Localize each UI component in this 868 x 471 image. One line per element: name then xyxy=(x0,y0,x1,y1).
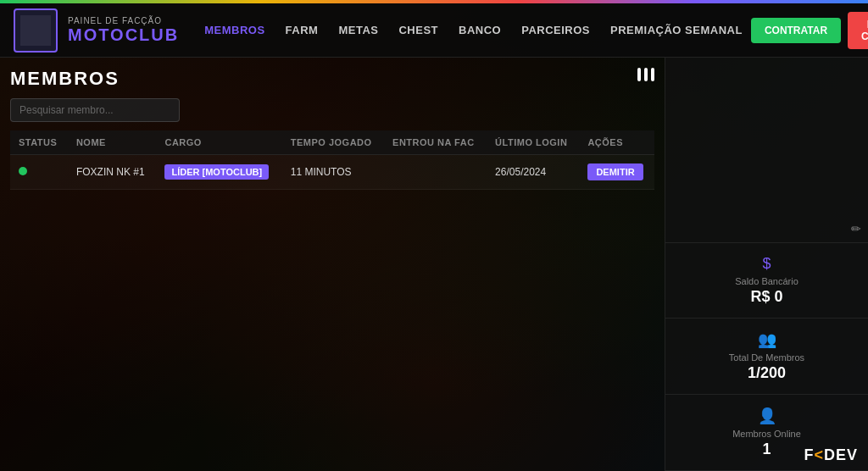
stat-saldo: $ Saldo Bancário R$ 0 xyxy=(665,243,868,319)
brand-logo xyxy=(14,8,58,53)
col-cargo: CARGO xyxy=(156,130,281,155)
saldo-value: R$ 0 xyxy=(750,288,782,306)
cell-nome: FOXZIN NK #1 xyxy=(68,155,157,190)
brand-divider: < xyxy=(814,446,824,463)
col-status: STATUS xyxy=(10,130,68,155)
members-table: STATUS NOME CARGO TEMPO JOGADO ENTROU NA… xyxy=(10,130,654,190)
indicator-bar-2 xyxy=(644,68,648,81)
col-nome: NOME xyxy=(68,130,157,155)
nav-parceiros[interactable]: PARCEIROS xyxy=(513,19,598,42)
edit-icon[interactable]: ✏ xyxy=(851,222,861,236)
indicator-bar-1 xyxy=(637,68,641,81)
brand-text: PAINEL DE FACÇÃO MOTOCLUB xyxy=(68,16,179,45)
nav-actions: CONTRATAR PEDIR CONTAS ✕ xyxy=(751,12,868,49)
cell-cargo: LÍDER [MOTOCLUB] xyxy=(156,155,281,190)
stat-total-membros: 👥 Total de Membros 1/200 xyxy=(665,319,868,395)
nav-chest[interactable]: CHEST xyxy=(390,19,447,42)
nav-banco[interactable]: BANCO xyxy=(450,19,509,42)
navbar: PAINEL DE FACÇÃO MOTOCLUB MEMBROS FARM M… xyxy=(0,3,868,58)
user-icon: 👤 xyxy=(758,407,776,425)
search-input[interactable] xyxy=(10,98,180,122)
brand-subtitle: PAINEL DE FACÇÃO xyxy=(68,16,179,25)
dollar-icon: $ xyxy=(762,255,771,273)
membros-online-label: Membros Online xyxy=(732,429,801,439)
nav-membros[interactable]: MEMBROS xyxy=(196,19,273,42)
indicator-bar-3 xyxy=(651,68,654,81)
demitir-button[interactable]: Demitir xyxy=(587,163,643,180)
table-body: FOXZIN NK #1 LÍDER [MOTOCLUB] 11 MINUTOS… xyxy=(10,155,654,190)
nav-premiacao[interactable]: PREMIAÇÃO SEMANAL xyxy=(602,19,751,42)
users-icon: 👥 xyxy=(758,330,776,349)
cargo-badge: LÍDER [MOTOCLUB] xyxy=(164,164,269,180)
pedir-contas-button[interactable]: PEDIR CONTAS xyxy=(848,12,868,49)
bottom-brand: F<DEV xyxy=(804,446,858,464)
cell-entrou xyxy=(384,155,487,190)
nav-links: MEMBROS FARM METAS CHEST BANCO PARCEIROS… xyxy=(196,19,751,42)
page-title: MEMBROS xyxy=(10,68,120,90)
cell-acoes: Demitir xyxy=(579,155,654,190)
table-row: FOXZIN NK #1 LÍDER [MOTOCLUB] 11 MINUTOS… xyxy=(10,155,654,190)
brand-dev: DEV xyxy=(824,446,858,463)
page-header: MEMBROS xyxy=(10,68,654,98)
col-login: ÚLTIMO LOGIN xyxy=(487,130,579,155)
col-acoes: AÇÕES xyxy=(579,130,654,155)
brand-title: MOTOCLUB xyxy=(68,25,179,45)
cell-status xyxy=(10,155,68,190)
nav-metas[interactable]: METAS xyxy=(330,19,387,42)
col-tempo: TEMPO JOGADO xyxy=(282,130,384,155)
right-panel-image-area: ✏ xyxy=(665,58,868,243)
total-membros-value: 1/200 xyxy=(748,364,786,382)
saldo-label: Saldo Bancário xyxy=(735,276,798,286)
total-membros-label: Total de Membros xyxy=(729,352,804,363)
members-indicator xyxy=(637,68,654,81)
right-panel: ✏ $ Saldo Bancário R$ 0 👥 Total de Membr… xyxy=(665,58,868,471)
status-online-dot xyxy=(19,167,27,175)
membros-online-value: 1 xyxy=(762,441,771,458)
cell-tempo: 11 MINUTOS xyxy=(282,155,384,190)
col-entrou: ENTROU NA FAC xyxy=(384,130,487,155)
nav-farm[interactable]: FARM xyxy=(277,19,327,42)
brand-fk: F xyxy=(804,446,814,463)
cell-login: 26/05/2024 xyxy=(487,155,579,190)
contratar-button[interactable]: CONTRATAR xyxy=(751,18,841,43)
content-area: MEMBROS STATUS NOME CARGO TEMPO JOGADO E… xyxy=(0,58,868,471)
table-header: STATUS NOME CARGO TEMPO JOGADO ENTROU NA… xyxy=(10,130,654,155)
left-panel: MEMBROS STATUS NOME CARGO TEMPO JOGADO E… xyxy=(0,58,665,471)
